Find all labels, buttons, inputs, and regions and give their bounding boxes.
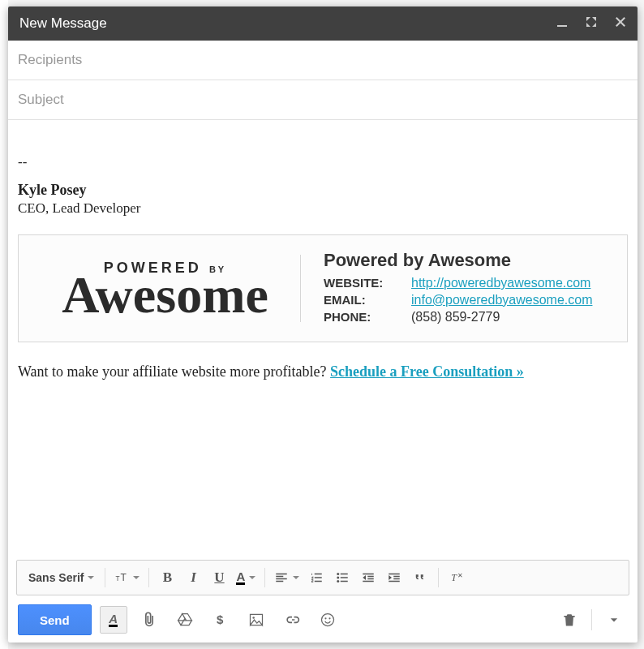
formatting-options-button[interactable]: A	[100, 606, 127, 634]
font-family-label: Sans Serif	[28, 571, 84, 584]
align-button[interactable]	[271, 565, 303, 590]
italic-button[interactable]: I	[181, 565, 205, 590]
remove-format-button[interactable]: T✕	[444, 565, 469, 590]
sig-value-website[interactable]: http://poweredbyawesome.com	[411, 276, 590, 290]
emoji-icon	[320, 612, 336, 628]
signature-title: CEO, Lead Developer	[18, 200, 628, 217]
svg-point-10	[321, 614, 333, 626]
signature-cta: Want to make your affiliate website more…	[18, 363, 628, 380]
action-separator	[591, 609, 592, 630]
indent-more-button[interactable]	[382, 565, 406, 590]
bulleted-list-button[interactable]	[330, 565, 354, 590]
indent-more-icon	[387, 570, 401, 585]
cta-text: Want to make your affiliate website more…	[18, 363, 330, 380]
recipients-input[interactable]	[18, 52, 628, 68]
discard-draft-button[interactable]	[556, 606, 583, 634]
minimize-icon[interactable]	[556, 16, 568, 31]
numbered-list-button[interactable]	[304, 565, 328, 590]
background-sidebar-fragment	[0, 0, 8, 649]
insert-link-button[interactable]	[278, 606, 306, 634]
more-options-button[interactable]	[600, 606, 628, 634]
svg-rect-0	[557, 25, 567, 27]
photo-icon	[248, 612, 264, 628]
toolbar-separator	[438, 568, 439, 587]
svg-point-12	[328, 617, 330, 619]
bulleted-list-icon	[335, 570, 350, 585]
text-color-button[interactable]: A	[233, 565, 259, 590]
svg-point-9	[252, 617, 255, 619]
toolbar-separator	[148, 568, 149, 587]
svg-text:✕: ✕	[457, 572, 463, 579]
toolbar-separator	[105, 568, 105, 587]
window-title: New Message	[19, 15, 556, 32]
svg-text:T: T	[116, 575, 120, 582]
signature-company: Powered by Awesome	[324, 250, 592, 271]
expand-icon[interactable]	[586, 16, 597, 31]
link-icon	[284, 612, 300, 628]
svg-text:T: T	[121, 572, 127, 583]
more-options-icon	[606, 612, 622, 628]
window-controls	[556, 16, 626, 31]
toolbar-separator	[264, 568, 265, 587]
attach-button[interactable]	[135, 606, 163, 634]
indent-less-icon	[361, 570, 376, 585]
insert-photo-button[interactable]	[243, 606, 270, 634]
signature-separator: --	[18, 154, 628, 170]
cta-link[interactable]: Schedule a Free Consultation »	[330, 363, 524, 380]
message-body[interactable]: -- Kyle Posey CEO, Lead Developer POWERE…	[8, 120, 638, 560]
sig-label-phone: PHONE:	[324, 310, 397, 324]
subject-row[interactable]	[8, 80, 638, 120]
close-icon[interactable]	[615, 16, 626, 31]
trash-icon	[561, 612, 577, 628]
money-button[interactable]: $	[207, 606, 234, 634]
action-bar: Send A $	[8, 600, 638, 643]
signature-card: POWERED BY Awesome Powered by Awesome WE…	[18, 234, 628, 342]
remove-format-icon: T✕	[449, 570, 464, 585]
svg-text:$: $	[217, 612, 224, 626]
titlebar: New Message	[8, 6, 638, 41]
drive-icon	[177, 612, 193, 628]
signature-row-email: EMAIL: info@poweredbyawesome.com	[324, 293, 592, 307]
logo-word-awesome: Awesome	[30, 273, 300, 317]
right-actions	[556, 606, 628, 634]
sig-value-phone: (858) 859-2779	[411, 310, 500, 324]
italic-icon: I	[191, 569, 196, 586]
svg-point-3	[337, 573, 340, 575]
numbered-list-icon	[309, 570, 324, 585]
signature-row-phone: PHONE: (858) 859-2779	[324, 310, 592, 324]
money-icon: $	[213, 612, 229, 628]
formatting-toolbar: Sans Serif TT B I U A T✕	[16, 560, 629, 595]
signature-name: Kyle Posey	[18, 182, 628, 199]
subject-input[interactable]	[18, 92, 628, 108]
emoji-button[interactable]	[314, 606, 341, 634]
underline-icon: U	[214, 569, 224, 586]
font-size-icon: TT	[114, 570, 129, 585]
signature-logo: POWERED BY Awesome	[25, 255, 301, 322]
recipients-row[interactable]	[8, 41, 638, 80]
indent-less-button[interactable]	[356, 565, 380, 590]
svg-point-4	[337, 577, 340, 579]
bold-button[interactable]: B	[155, 565, 179, 590]
font-family-dropdown[interactable]: Sans Serif	[24, 565, 99, 590]
sig-label-website: WEBSITE:	[324, 276, 397, 290]
svg-point-11	[324, 617, 326, 619]
drive-button[interactable]	[171, 606, 199, 634]
quote-button[interactable]	[408, 565, 432, 590]
compose-window: New Message -- Kyle Posey CEO, Lead Deve…	[8, 6, 638, 643]
attach-icon	[141, 612, 157, 628]
svg-point-5	[337, 580, 340, 582]
font-size-button[interactable]: TT	[111, 565, 143, 590]
signature-row-website: WEBSITE: http://poweredbyawesome.com	[324, 276, 592, 290]
text-color-icon: A	[236, 571, 245, 585]
bold-icon: B	[163, 569, 172, 586]
underline-button[interactable]: U	[207, 565, 231, 590]
signature-info: Powered by Awesome WEBSITE: http://power…	[324, 250, 592, 327]
sig-label-email: EMAIL:	[324, 293, 397, 307]
send-button[interactable]: Send	[18, 604, 92, 635]
sig-value-email[interactable]: info@poweredbyawesome.com	[411, 293, 592, 307]
quote-icon	[413, 570, 427, 585]
formatting-options-icon: A	[109, 613, 118, 627]
align-icon	[274, 570, 289, 585]
